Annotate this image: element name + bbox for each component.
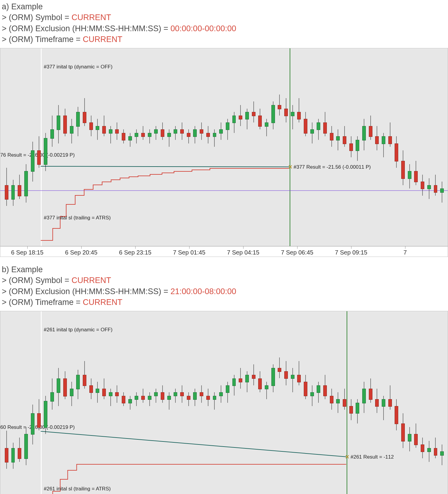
x-tick-label: 6 Sep 18:15	[11, 249, 43, 256]
candle	[11, 48, 15, 246]
example-b-param-2: > (ORM) Timeframe = CURRENT	[2, 297, 446, 308]
candle	[232, 48, 236, 246]
candle	[187, 311, 190, 494]
candle	[148, 48, 151, 246]
candle	[128, 311, 132, 494]
candle	[362, 311, 366, 494]
candle	[115, 311, 119, 494]
chart-a-candles	[0, 48, 448, 246]
candle	[414, 311, 418, 494]
candle	[323, 311, 327, 494]
example-b-header: b) Example > (ORM) Symbol = CURRENT > (O…	[0, 263, 448, 311]
candle	[427, 311, 431, 494]
candle	[31, 48, 34, 246]
candle	[330, 48, 333, 246]
candle	[96, 311, 99, 494]
candle	[135, 311, 138, 494]
candle	[115, 48, 119, 246]
candle	[278, 311, 281, 494]
candle	[401, 311, 405, 494]
chart-a-x-axis: 6 Sep 18:15 6 Sep 20:45 6 Sep 23:15 7 Se…	[0, 246, 448, 257]
candle	[427, 48, 431, 246]
candle	[213, 48, 217, 246]
candle	[44, 48, 47, 246]
candle	[408, 48, 411, 246]
chart-a[interactable]: #377 inital tp (dynamic = OFF) 76 Result…	[0, 48, 448, 257]
candle	[265, 48, 268, 246]
candle	[349, 48, 353, 246]
candle	[76, 311, 80, 494]
candle	[440, 48, 444, 246]
candle	[57, 311, 60, 494]
example-a-param-1: > (ORM) Exclusion (HH:MM:SS-HH:MM:SS) = …	[2, 23, 446, 34]
candle	[408, 311, 411, 494]
example-b-title: b) Example	[2, 264, 446, 275]
candle	[239, 48, 242, 246]
candle	[245, 311, 249, 494]
chart-b-candles	[0, 311, 448, 494]
candle	[317, 48, 320, 246]
candle	[232, 311, 236, 494]
candle	[440, 311, 444, 494]
candle	[122, 311, 125, 494]
chart-a-plot[interactable]: #377 inital tp (dynamic = OFF) 76 Result…	[0, 48, 448, 246]
candle	[336, 48, 340, 246]
candle	[271, 48, 275, 246]
candle	[278, 48, 281, 246]
candle	[109, 311, 112, 494]
candle	[304, 48, 307, 246]
candle	[369, 48, 372, 246]
candle	[310, 48, 314, 246]
example-a: a) Example > (ORM) Symbol = CURRENT > (O…	[0, 0, 448, 257]
candle	[57, 48, 60, 246]
example-a-header: a) Example > (ORM) Symbol = CURRENT > (O…	[0, 0, 448, 48]
candle	[382, 311, 385, 494]
candle	[135, 48, 138, 246]
example-b-param-1: > (ORM) Exclusion (HH:MM:SS-HH:MM:SS) = …	[2, 286, 446, 297]
candle	[128, 48, 132, 246]
candle	[375, 311, 379, 494]
x-tick-label: 6 Sep 23:15	[119, 249, 151, 256]
candle	[258, 311, 262, 494]
chart-b-plot[interactable]: #261 inital tp (dynamic = OFF) 60 Result…	[0, 311, 448, 494]
candle	[258, 48, 262, 246]
candle	[50, 311, 54, 494]
example-a-param-2: > (ORM) Timeframe = CURRENT	[2, 34, 446, 45]
candle	[343, 311, 346, 494]
x-tick-label: 7 Sep 04:15	[227, 249, 259, 256]
candle	[18, 311, 21, 494]
example-a-param-0: > (ORM) Symbol = CURRENT	[2, 12, 446, 23]
candle	[265, 311, 268, 494]
candle	[297, 48, 301, 246]
candle	[141, 48, 145, 246]
candle	[349, 311, 353, 494]
candle	[102, 311, 106, 494]
candle	[239, 311, 242, 494]
candle	[148, 311, 151, 494]
candle	[154, 48, 158, 246]
candle	[219, 311, 223, 494]
candle	[252, 311, 255, 494]
candle	[63, 48, 67, 246]
candle	[356, 48, 359, 246]
candle	[219, 48, 223, 246]
candle	[141, 311, 145, 494]
candle	[421, 311, 424, 494]
candle	[102, 48, 106, 246]
x-tick-label: 7	[403, 249, 407, 256]
candle	[356, 311, 359, 494]
x-tick-label: 6 Sep 20:45	[65, 249, 97, 256]
chart-b[interactable]: #261 inital tp (dynamic = OFF) 60 Result…	[0, 311, 448, 494]
candle	[200, 48, 203, 246]
example-b: b) Example > (ORM) Symbol = CURRENT > (O…	[0, 263, 448, 494]
candle	[5, 311, 8, 494]
candle	[76, 48, 80, 246]
candle	[336, 311, 340, 494]
candle	[167, 48, 171, 246]
candle	[226, 48, 229, 246]
candle	[70, 311, 73, 494]
x-tick-label: 7 Sep 01:45	[173, 249, 205, 256]
candle	[284, 311, 288, 494]
candle	[193, 311, 197, 494]
candle	[154, 311, 158, 494]
